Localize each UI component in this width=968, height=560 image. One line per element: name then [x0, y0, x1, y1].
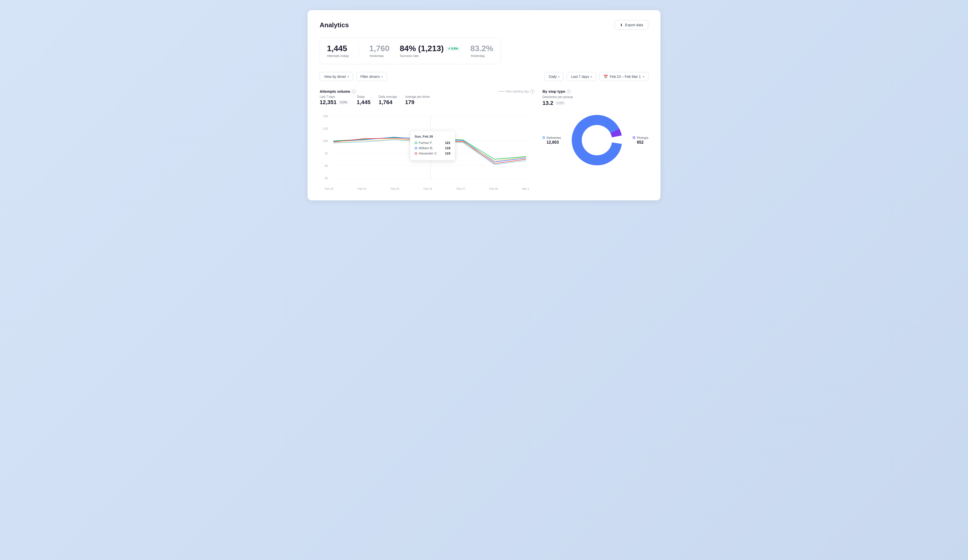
yesterday-label: Yesterday	[369, 54, 390, 58]
success-rate-value: 84% (1,213)	[400, 44, 444, 53]
success-yesterday-stat: 83.2% Yesterday	[460, 44, 493, 58]
attempts-volume-chart: Attempts volume i Non-working day i Last…	[320, 89, 534, 190]
deliveries-dot-row: Deliveries	[542, 136, 561, 140]
attempts-chart-header: Attempts volume i Non-working day i	[320, 89, 534, 93]
donut-legend-left: Deliveries 12,803	[542, 136, 561, 145]
last-7-days-button[interactable]: Last 7 days ▾	[567, 72, 596, 81]
yesterday-value: 1,760	[369, 44, 390, 53]
svg-point-15	[582, 125, 612, 155]
chevron-down-icon: ▾	[348, 75, 349, 78]
attempts-today-label: Attempts today	[327, 54, 349, 58]
deliveries-legend: Deliveries 12,803	[542, 136, 561, 145]
controls-right: Daily ▾ Last 7 days ▾ 📅 Feb 23 – Feb Mar…	[545, 72, 648, 81]
daily-dropdown-button[interactable]: Daily ▾	[545, 72, 564, 81]
tooltip-driver-3: Alexander C.	[415, 151, 438, 155]
svg-text:125: 125	[323, 127, 328, 130]
chart-stats: Last 7 days 12,351 0.0% Today 1,445 Dail…	[320, 95, 534, 106]
deliveries-per-pickup-label: Deliveries per pickup	[542, 95, 573, 99]
stop-type-header: By stop type i	[542, 89, 648, 93]
tooltip-row-2: William B. 119	[415, 146, 451, 150]
view-by-driver-button[interactable]: View by driver ▾	[320, 72, 353, 81]
svg-text:75: 75	[325, 152, 328, 155]
donut-chart-area: Deliveries 12,803	[542, 113, 648, 168]
info-icon-non-working: i	[530, 89, 534, 93]
dot-blue-icon	[415, 147, 417, 149]
attempts-today-value: 1,445	[327, 44, 349, 53]
stop-type-chart: By stop type i Deliveries per pickup 13.…	[542, 89, 648, 190]
tooltip-row-1: Farhan F. 121	[415, 141, 451, 145]
deliveries-per-pickup-row: Deliveries per pickup	[542, 95, 648, 99]
download-icon: ⬇	[620, 23, 623, 27]
x-label-feb25: Feb 25	[391, 187, 399, 190]
success-rate-row: 84% (1,213) ↗ 0.8%	[400, 44, 460, 53]
avg-per-driver-value: 179	[405, 99, 430, 106]
x-label-mar1: Mar 1	[522, 187, 529, 190]
page-header: Analytics ⬇ Export data	[320, 20, 648, 30]
pickups-dot-icon	[633, 136, 635, 139]
tooltip-driver-2: William B.	[415, 146, 433, 150]
success-rate-stat: 84% (1,213) ↗ 0.8% Success rate	[390, 44, 460, 58]
x-label-feb26: Feb 26	[423, 187, 432, 190]
info-icon: i	[352, 89, 356, 93]
charts-row: Attempts volume i Non-working day i Last…	[320, 89, 648, 190]
deliveries-per-pickup-value: 13.2	[542, 100, 553, 106]
avg-per-driver-stat: Average per driver 179	[405, 95, 430, 106]
x-label-feb28: Feb 28	[489, 187, 498, 190]
export-data-button[interactable]: ⬇ Export data	[615, 20, 648, 30]
yesterday-attempts-stat: 1,760 Yesterday	[359, 44, 390, 58]
info-icon-stop: i	[567, 89, 571, 93]
success-yesterday-label: Yesterday	[471, 54, 493, 58]
deliveries-value: 12,803	[542, 140, 561, 145]
donut-chart-svg	[569, 113, 625, 168]
x-axis-labels: Feb 23 Feb 24 Feb 25 Feb 26 Feb 27 Feb 2…	[320, 187, 534, 190]
deliveries-per-pickup-pct: 0.0%	[555, 101, 565, 105]
stop-type-title: By stop type i	[542, 89, 571, 93]
chevron-down-icon: ▾	[381, 75, 383, 78]
main-container: Analytics ⬇ Export data 1,445 Attempts t…	[308, 10, 660, 200]
non-working-label: Non-working day i	[499, 89, 534, 93]
success-rate-label: Success rate	[400, 54, 460, 58]
deliveries-per-pickup-value-row: 13.2 0.0%	[542, 100, 648, 106]
x-label-feb23: Feb 23	[325, 187, 333, 190]
tooltip-row-3: Alexander C. 115	[415, 151, 451, 155]
filter-drivers-button[interactable]: Filter drivers ▾	[356, 72, 387, 81]
date-range-button[interactable]: 📅 Feb 23 – Feb Mar 1 ▾	[599, 72, 648, 81]
controls-row: View by driver ▾ Filter drivers ▾ Daily …	[320, 72, 648, 81]
svg-text:150: 150	[323, 114, 328, 118]
svg-text:50: 50	[325, 164, 328, 167]
daily-avg-value: 1,764	[379, 99, 397, 106]
deliveries-dot-icon	[542, 136, 545, 139]
pickups-value: 652	[633, 140, 648, 145]
tooltip-date: Sun, Feb 26	[415, 134, 451, 138]
today-value: 1,445	[357, 99, 371, 106]
line-chart-wrapper: 150 125 100 75 50 25	[320, 111, 534, 186]
tooltip-driver-1: Farhan F.	[415, 141, 433, 145]
x-label-feb27: Feb 27	[456, 187, 465, 190]
dot-green-icon	[415, 142, 417, 144]
last-7-days-stat: Last 7 days 12,351 0.0%	[320, 95, 349, 106]
success-rate-badge: ↗ 0.8%	[446, 46, 460, 51]
pickups-dot-row: Pickups	[633, 136, 648, 140]
donut-legend-right: Pickups 652	[633, 136, 648, 145]
pickups-legend: Pickups 652	[633, 136, 648, 145]
stats-card: 1,445 Attempts today 1,760 Yesterday 84%…	[320, 38, 501, 64]
dot-red-icon	[415, 152, 417, 155]
attempts-chart-title: Attempts volume i	[320, 89, 356, 93]
daily-avg-stat: Daily average 1,764	[379, 95, 397, 106]
x-label-feb24: Feb 24	[358, 187, 366, 190]
page-title: Analytics	[320, 21, 349, 29]
success-yesterday-value: 83.2%	[471, 44, 493, 53]
chevron-down-icon: ▾	[558, 75, 559, 78]
svg-text:100: 100	[323, 139, 328, 143]
chevron-down-icon: ▾	[591, 75, 592, 78]
today-stat: Today 1,445	[357, 95, 371, 106]
calendar-icon: 📅	[603, 75, 608, 79]
last-7-days-value: 12,351 0.0%	[320, 99, 349, 106]
dashed-line-icon	[499, 91, 505, 92]
attempts-today-stat: 1,445 Attempts today	[327, 44, 359, 58]
svg-text:25: 25	[325, 176, 328, 180]
chevron-down-icon: ▾	[643, 75, 644, 78]
chart-tooltip: Sun, Feb 26 Farhan F. 121 William B.	[410, 131, 455, 161]
